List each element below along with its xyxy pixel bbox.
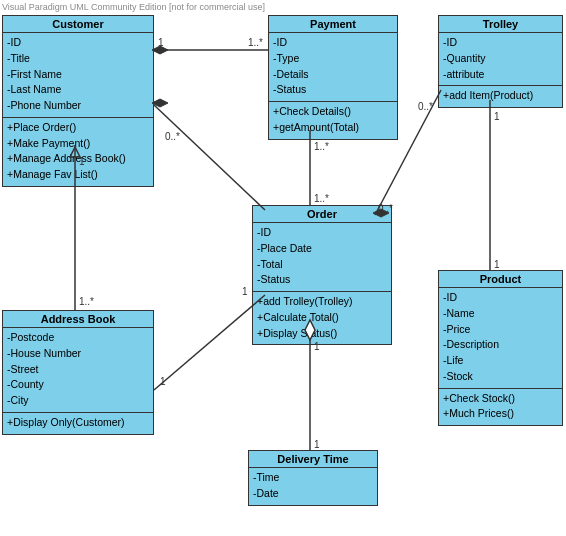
svg-marker-3 xyxy=(152,46,168,54)
svg-text:1..*: 1..* xyxy=(79,296,94,307)
trolley-attr-1: -ID xyxy=(443,35,558,51)
address-book-attributes: -Postcode -House Number -Street -County … xyxy=(3,328,153,413)
svg-text:1: 1 xyxy=(160,376,166,387)
order-methods: +add Trolley(Trolley) +Calculate Total()… xyxy=(253,292,391,344)
trolley-attributes: -ID -Quantity -attribute xyxy=(439,33,562,86)
svg-line-11 xyxy=(154,295,265,390)
trolley-methods: +add Item(Product) xyxy=(439,86,562,107)
delivery-time-box: Delivery Time -Time -Date xyxy=(248,450,378,506)
customer-title: Customer xyxy=(3,16,153,33)
product-attr-2: -Name xyxy=(443,306,558,322)
product-attr-1: -ID xyxy=(443,290,558,306)
order-title: Order xyxy=(253,206,391,223)
customer-methods: +Place Order() +Make Payment() +Manage A… xyxy=(3,118,153,186)
product-box: Product -ID -Name -Price -Description -L… xyxy=(438,270,563,426)
customer-attr-5: -Phone Number xyxy=(7,98,149,114)
address-attr-1: -Postcode xyxy=(7,330,149,346)
payment-method-1: +Check Details() xyxy=(273,104,393,120)
customer-method-4: +Manage Fav List() xyxy=(7,167,149,183)
payment-title: Payment xyxy=(269,16,397,33)
customer-attr-1: -ID xyxy=(7,35,149,51)
svg-text:1..*: 1..* xyxy=(314,141,329,152)
svg-text:1..*: 1..* xyxy=(248,37,263,48)
address-attr-5: -City xyxy=(7,393,149,409)
trolley-attr-3: -attribute xyxy=(443,67,558,83)
customer-method-2: +Make Payment() xyxy=(7,136,149,152)
order-method-1: +add Trolley(Trolley) xyxy=(257,294,387,310)
address-book-title: Address Book xyxy=(3,311,153,328)
svg-text:1: 1 xyxy=(242,286,248,297)
address-attr-3: -Street xyxy=(7,362,149,378)
address-method-1: +Display Only(Customer) xyxy=(7,415,149,431)
address-attr-2: -House Number xyxy=(7,346,149,362)
payment-attr-2: -Type xyxy=(273,51,393,67)
customer-box: Customer -ID -Title -First Name -Last Na… xyxy=(2,15,154,187)
order-attributes: -ID -Place Date -Total -Status xyxy=(253,223,391,292)
product-attributes: -ID -Name -Price -Description -Life -Sto… xyxy=(439,288,562,389)
address-book-methods: +Display Only(Customer) xyxy=(3,413,153,434)
product-attr-4: -Description xyxy=(443,337,558,353)
svg-text:0..*: 0..* xyxy=(165,131,180,142)
order-attr-1: -ID xyxy=(257,225,387,241)
product-methods: +Check Stock() +Much Prices() xyxy=(439,389,562,426)
payment-attr-1: -ID xyxy=(273,35,393,51)
payment-attr-4: -Status xyxy=(273,82,393,98)
payment-methods: +Check Details() +getAmount(Total) xyxy=(269,102,397,139)
trolley-box: Trolley -ID -Quantity -attribute +add It… xyxy=(438,15,563,108)
payment-box: Payment -ID -Type -Details -Status +Chec… xyxy=(268,15,398,140)
order-attr-2: -Place Date xyxy=(257,241,387,257)
order-method-3: +Display Status() xyxy=(257,326,387,342)
delivery-attr-2: -Date xyxy=(253,486,373,502)
order-method-2: +Calculate Total() xyxy=(257,310,387,326)
svg-line-4 xyxy=(154,105,265,210)
address-attr-4: -County xyxy=(7,377,149,393)
svg-text:1: 1 xyxy=(314,439,320,450)
order-attr-3: -Total xyxy=(257,257,387,273)
order-box: Order -ID -Place Date -Total -Status +ad… xyxy=(252,205,392,345)
product-attr-3: -Price xyxy=(443,322,558,338)
svg-text:1: 1 xyxy=(494,111,500,122)
delivery-time-attributes: -Time -Date xyxy=(249,468,377,505)
payment-attributes: -ID -Type -Details -Status xyxy=(269,33,397,102)
customer-attr-3: -First Name xyxy=(7,67,149,83)
product-method-2: +Much Prices() xyxy=(443,406,558,422)
product-method-1: +Check Stock() xyxy=(443,391,558,407)
delivery-attr-1: -Time xyxy=(253,470,373,486)
svg-text:1..*: 1..* xyxy=(314,193,329,204)
customer-attr-4: -Last Name xyxy=(7,82,149,98)
watermark-text: Visual Paradigm UML Community Edition [n… xyxy=(2,2,265,12)
payment-method-2: +getAmount(Total) xyxy=(273,120,393,136)
customer-method-1: +Place Order() xyxy=(7,120,149,136)
trolley-attr-2: -Quantity xyxy=(443,51,558,67)
customer-method-3: +Manage Address Book() xyxy=(7,151,149,167)
payment-attr-3: -Details xyxy=(273,67,393,83)
svg-marker-6 xyxy=(152,99,168,107)
trolley-method-1: +add Item(Product) xyxy=(443,88,558,104)
trolley-title: Trolley xyxy=(439,16,562,33)
order-attr-4: -Status xyxy=(257,272,387,288)
product-title: Product xyxy=(439,271,562,288)
svg-text:0..*: 0..* xyxy=(418,101,433,112)
svg-text:1: 1 xyxy=(494,259,500,270)
product-attr-6: -Stock xyxy=(443,369,558,385)
address-book-box: Address Book -Postcode -House Number -St… xyxy=(2,310,154,435)
svg-text:1: 1 xyxy=(158,37,164,48)
product-attr-5: -Life xyxy=(443,353,558,369)
customer-attributes: -ID -Title -First Name -Last Name -Phone… xyxy=(3,33,153,118)
delivery-time-title: Delivery Time xyxy=(249,451,377,468)
customer-attr-2: -Title xyxy=(7,51,149,67)
